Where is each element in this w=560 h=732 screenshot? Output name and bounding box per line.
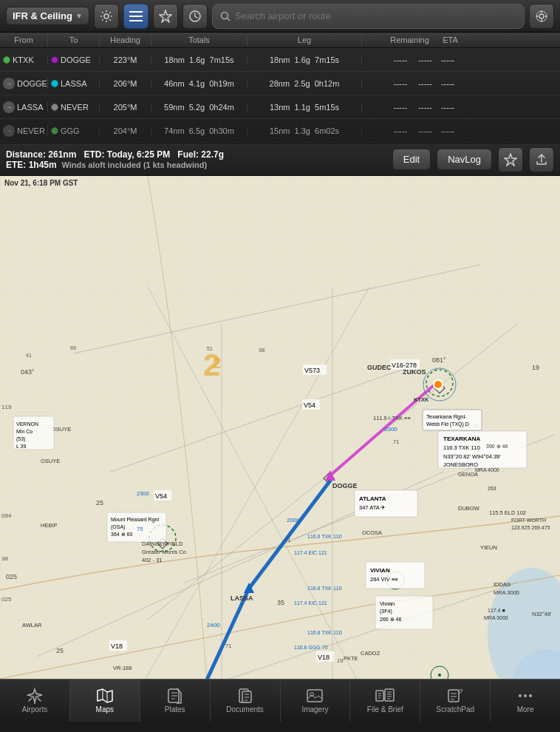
- svg-text:402 - 31: 402 - 31: [142, 557, 163, 563]
- heading-cell: 206°M: [100, 79, 151, 88]
- svg-text:25: 25: [56, 647, 64, 654]
- svg-text:ZUKOS: ZUKOS: [403, 368, 426, 376]
- svg-text:71: 71: [284, 537, 290, 543]
- gps-button[interactable]: [529, 4, 554, 29]
- to-dot: [51, 56, 58, 64]
- nav-label-maps: Maps: [96, 705, 114, 714]
- svg-text:71: 71: [225, 643, 231, 649]
- svg-text:75: 75: [137, 526, 143, 532]
- svg-text:116.8 GGG 70: 116.8 GGG 70: [294, 645, 328, 650]
- airports-icon: [26, 688, 44, 704]
- svg-text:263: 263: [488, 486, 496, 491]
- maps-icon: [96, 688, 114, 704]
- svg-text:117.4 EIC 121: 117.4 EIC 121: [294, 550, 327, 555]
- svg-text:N32°46': N32°46': [532, 611, 552, 617]
- svg-text:35: 35: [277, 599, 284, 606]
- totals-cell: 46nm 4.1g 0h19m: [151, 79, 247, 88]
- svg-rect-1: [129, 11, 143, 13]
- from-id: NEVER: [17, 126, 45, 135]
- heading-cell: 223°M: [100, 55, 151, 64]
- svg-text:117.4 ■: 117.4 ■: [488, 608, 505, 613]
- bottom-nav: Airports Maps Plates Documents: [0, 679, 560, 722]
- from-id: KTXK: [13, 55, 34, 64]
- to-id: DOGGE: [61, 55, 91, 64]
- svg-text:Vivian: Vivian: [380, 600, 395, 607]
- svg-text:2400: 2400: [207, 622, 220, 628]
- svg-point-7: [539, 14, 544, 18]
- settings-button[interactable]: [94, 4, 119, 29]
- svg-text:Texarkana Rgnl-: Texarkana Rgnl-: [426, 413, 467, 420]
- nav-item-maps[interactable]: Maps: [70, 680, 140, 722]
- svg-text:2: 2: [213, 355, 221, 371]
- flight-plan-table: From To Heading Totals Leg Remaining ETA…: [0, 33, 560, 143]
- table-row[interactable]: → DOGGE LASSA 206°M 46nm 4.1g 0h19m 28nm…: [0, 72, 560, 95]
- svg-text:(3F4): (3F4): [380, 609, 392, 614]
- nav-item-documents[interactable]: Documents: [211, 680, 281, 722]
- nav-item-more[interactable]: More: [491, 680, 560, 722]
- totals-cell: 18nm 1.6g 7m15s: [151, 55, 247, 64]
- ifr-ceiling-button[interactable]: IFR & Ceiling ▼: [6, 7, 89, 25]
- table-row[interactable]: → NEVER GGG 204°M 74nm 6.5g 0h30m 15nm 1…: [0, 119, 560, 143]
- svg-text:043°: 043°: [21, 368, 35, 376]
- col-from: From: [0, 34, 48, 46]
- nav-item-airports[interactable]: Airports: [0, 680, 70, 722]
- svg-text:116.8 TXK 110: 116.8 TXK 110: [307, 586, 342, 591]
- svg-text:AWLAR: AWLAR: [22, 622, 42, 628]
- svg-text:Min Co: Min Co: [16, 429, 33, 434]
- svg-text:Mount Pleasant Rgnl: Mount Pleasant Rgnl: [111, 517, 159, 523]
- svg-text:LASSA: LASSA: [231, 594, 253, 602]
- col-remaining-eta: Remaining ETA: [362, 34, 486, 46]
- heading-cell: 205°M: [100, 103, 151, 112]
- svg-point-58: [431, 666, 448, 679]
- search-input[interactable]: [235, 10, 516, 21]
- status-bar: Distance: 261nm ETD: Today, 6:25 PM Fuel…: [0, 143, 560, 176]
- svg-text:V54: V54: [304, 401, 315, 409]
- map-area[interactable]: V573 V54 V16-278 V18 V18 V566 V566 V9.4 …: [0, 176, 560, 679]
- svg-marker-4: [160, 10, 171, 22]
- to-cell: GGG: [48, 126, 100, 135]
- svg-line-17: [74, 583, 517, 679]
- svg-text:ATLANTA: ATLANTA: [359, 495, 386, 502]
- svg-text:025: 025: [6, 573, 17, 580]
- edit-button[interactable]: Edit: [392, 149, 431, 170]
- bookmark-button[interactable]: [498, 147, 523, 172]
- from-icon: →: [3, 78, 15, 89]
- star-bookmark-icon: [504, 153, 517, 166]
- map-svg: V573 V54 V16-278 V18 V18 V566 V566 V9.4 …: [0, 176, 560, 679]
- top-bar: IFR & Ceiling ▼: [0, 0, 560, 33]
- table-row[interactable]: → LASSA NEVER 205°M 59nm 5.2g 0h24m 13nm…: [0, 95, 560, 119]
- grid-view-button[interactable]: [123, 4, 148, 29]
- svg-text:116.8 TXK 110: 116.8 TXK 110: [307, 534, 342, 539]
- table-header: From To Heading Totals Leg Remaining ETA: [0, 33, 560, 48]
- svg-rect-256: [385, 689, 394, 701]
- svg-text:71: 71: [393, 438, 399, 445]
- nav-item-scratchpad[interactable]: ScratchPad: [420, 680, 491, 722]
- to-id: LASSA: [61, 79, 86, 88]
- history-button[interactable]: [182, 4, 208, 29]
- nav-label-more: More: [517, 705, 534, 714]
- svg-text:2300: 2300: [137, 490, 149, 497]
- to-id: GGG: [61, 126, 80, 135]
- nav-item-filebrief[interactable]: File & Brief: [350, 680, 420, 722]
- remaining-eta-cell: ----- ----- -----: [362, 103, 486, 112]
- svg-text:N33°20.82' W94°04.39': N33°20.82' W94°04.39': [443, 453, 501, 460]
- svg-point-260: [529, 694, 532, 697]
- search-box[interactable]: [212, 4, 525, 29]
- table-row[interactable]: KTXK DOGGE 223°M 18nm 1.6g 7m15s 18nm 1.…: [0, 48, 560, 72]
- from-icon: →: [3, 101, 15, 113]
- navlog-button[interactable]: NavLog: [437, 149, 492, 170]
- nav-item-plates[interactable]: Plates: [140, 680, 211, 722]
- plates-icon: [166, 688, 184, 704]
- svg-text:119: 119: [1, 404, 12, 410]
- svg-text:115.5 ELD 102: 115.5 ELD 102: [489, 509, 526, 516]
- svg-text:IDDAS: IDDAS: [494, 581, 511, 588]
- svg-rect-85: [366, 562, 425, 589]
- svg-text:TEXARKANA: TEXARKANA: [443, 436, 480, 442]
- share-button[interactable]: [529, 147, 554, 172]
- svg-text:123.925 269.475: 123.925 269.475: [511, 525, 550, 530]
- svg-text:L 39: L 39: [16, 444, 26, 449]
- favorites-button[interactable]: [153, 4, 178, 29]
- nav-item-imagery[interactable]: Imagery: [281, 680, 351, 722]
- to-dot: [51, 104, 58, 111]
- svg-text:VR-188: VR-188: [113, 665, 132, 671]
